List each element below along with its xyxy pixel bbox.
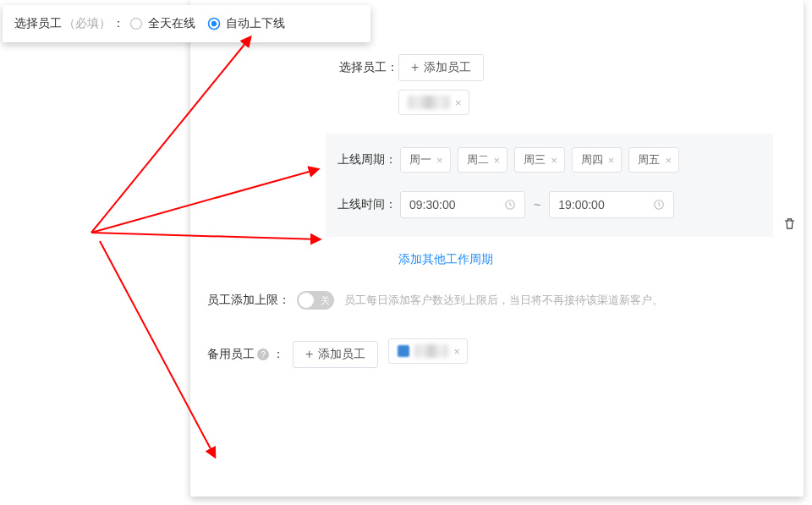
day-tag[interactable]: 周五× <box>628 147 679 173</box>
radio-auto-online[interactable]: 自动上下线 <box>207 16 285 31</box>
plus-icon: + <box>305 347 313 362</box>
employee-tag[interactable]: × <box>398 90 469 115</box>
backup-row: 备用员工 ? ： + 添加员工 × <box>190 338 804 371</box>
switch-knob <box>299 293 314 308</box>
limit-label: 员工添加上限： <box>207 293 290 308</box>
cycle-tags: 周一× 周二× 周三× 周四× 周五× <box>397 147 686 179</box>
start-time-input[interactable]: 09:30:00 <box>400 191 525 218</box>
day-tag[interactable]: 周四× <box>572 147 623 173</box>
radio-all-online-label: 全天在线 <box>148 16 195 31</box>
backup-name-redacted <box>414 344 448 358</box>
close-icon[interactable]: × <box>551 154 557 167</box>
backup-employee-tag[interactable]: × <box>388 338 468 364</box>
end-time-value: 19:00:00 <box>558 198 605 211</box>
radio-all-online[interactable]: 全天在线 <box>129 16 195 31</box>
radio-auto-online-label: 自动上下线 <box>226 16 285 31</box>
radio-checked-icon <box>207 17 221 30</box>
employee-name-redacted <box>408 96 450 109</box>
add-backup-label: 添加员工 <box>318 347 365 362</box>
end-time-input[interactable]: 19:00:00 <box>549 191 674 218</box>
day-tag[interactable]: 周二× <box>458 147 508 173</box>
close-icon[interactable]: × <box>453 345 460 358</box>
settings-panel: 选择员工： + 添加员工 × 上线周期： 周一× 周二× 周三× 周四× 周 <box>190 0 804 497</box>
close-icon[interactable]: × <box>436 154 443 167</box>
employee-select-label: 选择员工： <box>326 54 398 75</box>
avatar <box>398 345 409 357</box>
help-icon[interactable]: ? <box>257 349 269 360</box>
ribbon-required: （必填） <box>63 16 111 31</box>
close-icon[interactable]: × <box>494 154 501 167</box>
close-icon[interactable]: × <box>608 154 615 167</box>
add-period-link[interactable]: 添加其他工作周期 <box>398 252 804 267</box>
start-time-value: 09:30:00 <box>409 198 456 211</box>
add-employee-label: 添加员工 <box>424 60 471 75</box>
ribbon-label: 选择员工 <box>14 16 62 31</box>
plus-icon: + <box>411 60 419 75</box>
svg-point-2 <box>131 19 142 30</box>
schedule-block: 上线周期： 周一× 周二× 周三× 周四× 周五× 上线时间： 09:30:00… <box>326 134 773 237</box>
switch-off-label: 关 <box>321 294 330 307</box>
close-icon[interactable]: × <box>665 154 672 167</box>
backup-label: 备用员工 <box>207 347 255 362</box>
time-label: 上线时间： <box>336 197 397 212</box>
limit-switch[interactable]: 关 <box>297 291 334 310</box>
add-employee-button[interactable]: + 添加员工 <box>398 54 484 81</box>
delete-schedule-button[interactable] <box>782 217 797 233</box>
limit-row: 员工添加上限： 关 员工每日添加客户数达到上限后，当日将不再接待该渠道新客户。 <box>190 291 804 310</box>
cycle-label: 上线周期： <box>336 147 397 167</box>
limit-hint: 员工每日添加客户数达到上限后，当日将不再接待该渠道新客户。 <box>344 293 663 308</box>
add-backup-button[interactable]: + 添加员工 <box>293 341 378 368</box>
ribbon-colon: ： <box>112 16 124 31</box>
radio-unchecked-icon <box>129 17 143 30</box>
backup-colon: ： <box>272 347 284 362</box>
day-tag[interactable]: 周一× <box>400 147 451 173</box>
close-icon[interactable]: × <box>455 96 462 109</box>
day-tag[interactable]: 周三× <box>514 147 565 173</box>
clock-icon <box>504 199 516 211</box>
clock-icon <box>653 199 665 211</box>
mode-ribbon: 选择员工 （必填） ： 全天在线 自动上下线 <box>3 5 370 42</box>
trash-icon <box>782 217 797 231</box>
svg-point-4 <box>211 21 217 26</box>
time-separator: ~ <box>534 198 540 211</box>
